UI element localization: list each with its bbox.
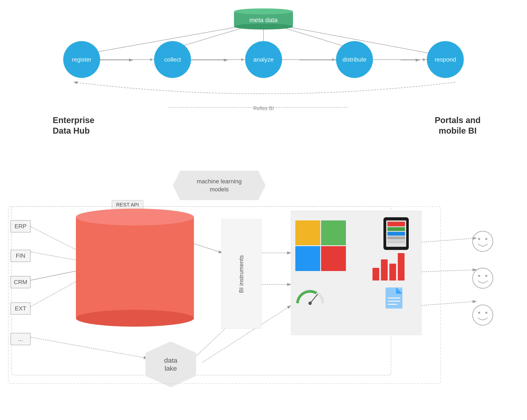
portals-bi-label: Portals andmobile BI [435,115,481,136]
portals-bi-text: Portals andmobile BI [435,116,481,135]
svg-point-35 [485,238,487,240]
svg-line-16 [31,337,148,358]
data-lake-label: datalake [164,356,177,373]
smiley-3 [471,303,494,327]
smiley-1 [471,230,494,254]
svg-point-41 [485,312,487,314]
svg-line-26 [31,270,82,280]
analyze-label: analyze [253,56,274,63]
enterprise-hub-label: EnterpriseData Hub [53,115,94,136]
respond-circle: respond [427,41,464,78]
svg-point-39 [473,305,493,325]
register-label: register [72,56,91,63]
bi-instruments-label: BI instruments [238,255,245,293]
svg-line-23 [419,270,476,272]
smiley-2 [471,267,494,291]
source-other: ... [11,333,31,345]
erp-label: ERP [15,223,27,230]
ext-label: EXT [15,305,26,312]
svg-point-40 [478,312,480,314]
ms-sq-blue [295,246,320,271]
crm-label: CRM [14,279,27,286]
ms-sq-green [321,220,346,245]
ms-squares [295,220,346,271]
svg-line-13 [31,252,82,261]
data-hub-cylinder [76,209,194,327]
svg-line-17 [190,242,222,253]
source-ext: EXT [11,302,31,315]
arrow-dis-res [373,59,427,60]
distribute-label: distribute [342,56,366,63]
metadata-label: meta data [249,16,277,24]
svg-line-14 [31,270,82,280]
svg-point-34 [478,238,480,240]
svg-point-33 [473,231,493,251]
document-icon [384,286,407,314]
source-crm: CRM [11,276,31,288]
svg-line-28 [310,294,318,303]
bi-instruments-panel: BI instruments [221,219,261,329]
analyze-circle: analyze [245,41,282,78]
source-erp: ERP [11,220,31,232]
arrow-ana-dis [282,59,336,60]
collect-label: collect [164,56,181,63]
main-diagram: meta data register collect analyze distr… [0,0,527,420]
svg-point-38 [485,275,487,277]
ml-models-text: machine learningmodels [197,177,242,194]
svg-line-24 [419,301,476,306]
gauge-icon [295,286,325,305]
fin-label: FIN [16,252,25,259]
tablet-icon [384,217,409,250]
ms-sq-red [321,246,346,271]
svg-line-22 [419,238,476,242]
data-lake-hex: datalake [145,341,196,387]
respond-label: respond [435,56,456,63]
svg-point-36 [473,268,493,288]
reflex-bi-label: Reflex BI [253,105,274,111]
ml-models-shape: machine learningmodels [173,171,266,200]
rest-api-box: REST API [112,200,143,209]
arrow-reg-col [100,59,154,60]
svg-point-37 [478,275,480,277]
distribute-circle: distribute [336,41,373,78]
rest-api-label: REST API [116,202,139,208]
enterprise-hub-text: EnterpriseData Hub [53,116,94,135]
source-fin: FIN [11,250,31,262]
collect-circle: collect [154,41,191,78]
arrow-col-ana [191,59,245,60]
svg-line-15 [31,278,82,307]
metadata-cylinder: meta data [234,9,293,30]
ms-sq-yellow [295,220,320,245]
svg-line-12 [31,226,82,253]
other-label: ... [18,336,23,343]
process-row: register collect analyze distribute resp… [63,41,464,78]
portals-section [291,211,422,335]
register-circle: register [63,41,100,78]
bar-chart [373,253,405,280]
